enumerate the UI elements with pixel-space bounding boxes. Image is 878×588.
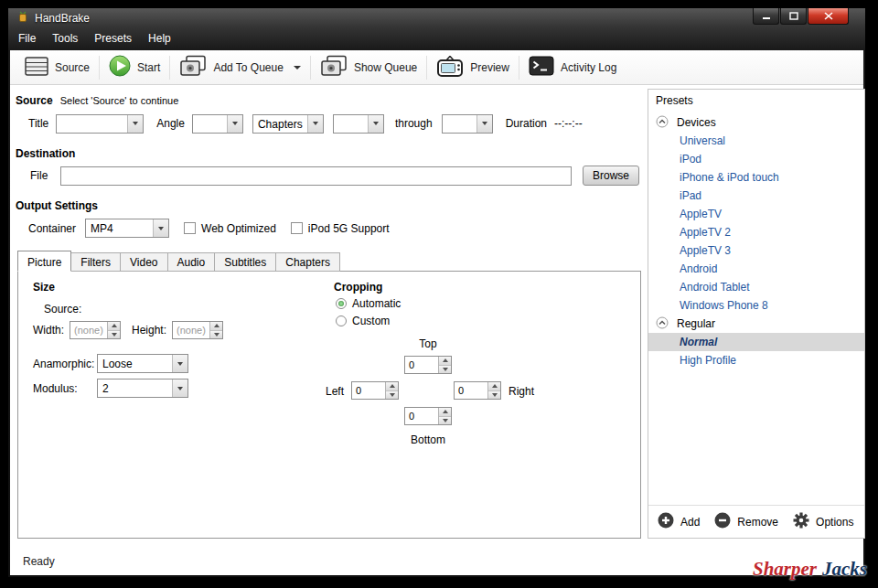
height-label: Height:: [132, 324, 166, 337]
preset-item[interactable]: High Profile: [648, 351, 864, 369]
menu-help[interactable]: Help: [140, 29, 179, 48]
add-to-queue-button[interactable]: Add To Queue: [170, 51, 310, 84]
stepper-down-icon[interactable]: [108, 331, 120, 339]
stepper-up-icon[interactable]: [488, 382, 500, 391]
preset-item[interactable]: AppleTV: [648, 205, 864, 223]
browse-button[interactable]: Browse: [583, 166, 639, 186]
preset-group-devices[interactable]: Devices: [648, 113, 864, 132]
dropdown-arrow-icon[interactable]: [368, 115, 383, 133]
add-preset-button[interactable]: Add: [658, 512, 700, 531]
tab-video[interactable]: Video: [121, 252, 167, 272]
show-queue-button[interactable]: Show Queue: [311, 51, 426, 84]
automatic-crop-option[interactable]: Automatic: [336, 297, 401, 310]
chapter-start-dropdown[interactable]: [333, 114, 384, 134]
width-stepper[interactable]: (none): [70, 321, 121, 339]
anamorphic-dropdown[interactable]: Loose: [97, 354, 188, 373]
preset-item-selected[interactable]: Normal: [648, 333, 864, 351]
minimize-button[interactable]: [753, 8, 779, 25]
angle-label: Angle: [156, 117, 185, 130]
preset-item[interactable]: Windows Phone 8: [648, 296, 864, 315]
collapse-chevron-icon[interactable]: [656, 115, 669, 131]
ipod-5g-option[interactable]: iPod 5G Support: [291, 222, 390, 235]
angle-dropdown[interactable]: [192, 114, 243, 134]
preset-options-button[interactable]: Options: [793, 512, 853, 531]
dropdown-arrow-icon[interactable]: [476, 115, 492, 133]
start-button[interactable]: Start: [100, 51, 169, 83]
dropdown-arrow-icon[interactable]: [153, 219, 168, 237]
stepper-down-icon[interactable]: [386, 391, 398, 400]
collapse-chevron-icon[interactable]: [656, 316, 669, 332]
crop-top-stepper[interactable]: 0: [404, 356, 452, 374]
start-label: Start: [137, 61, 160, 74]
main-pane: SourceSelect 'Source' to continue Title …: [10, 85, 652, 575]
web-optimized-option[interactable]: Web Optimized: [184, 222, 276, 235]
preset-item[interactable]: Android: [648, 260, 864, 278]
preview-button[interactable]: Preview: [427, 51, 519, 84]
crop-left-label: Left: [326, 385, 344, 398]
preset-item[interactable]: AppleTV 2: [648, 223, 864, 241]
dropdown-arrow-icon[interactable]: [227, 115, 242, 133]
stepper-down-icon[interactable]: [439, 417, 451, 425]
stepper-up-icon[interactable]: [108, 322, 120, 331]
web-optimized-checkbox[interactable]: [184, 222, 196, 234]
preset-item[interactable]: iPod: [648, 150, 864, 168]
tab-picture[interactable]: Picture: [17, 251, 71, 272]
stepper-up-icon[interactable]: [210, 322, 222, 331]
devices-group-label: Devices: [677, 116, 716, 129]
stepper-down-icon[interactable]: [488, 391, 500, 400]
stepper-arrows[interactable]: [209, 322, 222, 338]
tab-subtitles[interactable]: Subtitles: [215, 252, 276, 272]
source-button[interactable]: Source: [16, 53, 99, 82]
stepper-arrows[interactable]: [438, 408, 451, 424]
dropdown-arrow-icon[interactable]: [127, 115, 143, 133]
through-label: through: [395, 117, 433, 130]
crop-bottom-stepper[interactable]: 0: [404, 407, 452, 425]
preset-item[interactable]: Universal: [648, 132, 864, 150]
stepper-down-icon[interactable]: [439, 366, 451, 374]
stepper-arrows[interactable]: [107, 322, 120, 338]
stepper-arrows[interactable]: [438, 357, 451, 373]
menu-tools[interactable]: Tools: [44, 29, 86, 48]
dropdown-arrow-icon[interactable]: [172, 380, 187, 397]
crop-left-stepper[interactable]: 0: [351, 381, 399, 400]
activity-log-button[interactable]: Activity Log: [519, 52, 626, 82]
stepper-down-icon[interactable]: [210, 331, 222, 339]
maximize-button[interactable]: [780, 8, 807, 25]
caption-buttons: [752, 8, 849, 25]
chapter-end-dropdown[interactable]: [442, 114, 493, 134]
modulus-dropdown[interactable]: 2: [97, 379, 188, 398]
tab-audio[interactable]: Audio: [168, 252, 216, 272]
preset-item[interactable]: Android Tablet: [648, 278, 864, 296]
tab-chapters[interactable]: Chapters: [276, 252, 340, 272]
automatic-radio[interactable]: [336, 298, 347, 309]
custom-crop-option[interactable]: Custom: [336, 315, 390, 327]
range-mode-dropdown[interactable]: Chapters: [252, 114, 324, 134]
remove-preset-button[interactable]: Remove: [714, 512, 778, 531]
file-input[interactable]: [60, 166, 572, 186]
title-dropdown[interactable]: [56, 114, 144, 134]
tab-filters[interactable]: Filters: [71, 252, 121, 272]
preset-group-regular[interactable]: Regular: [648, 315, 864, 333]
menu-presets[interactable]: Presets: [86, 29, 140, 48]
menu-file[interactable]: File: [10, 29, 44, 48]
title-bar: HandBrake: [8, 8, 865, 28]
preset-item[interactable]: iPad: [648, 187, 864, 205]
add-to-queue-caret-icon[interactable]: [294, 66, 301, 69]
crop-right-stepper[interactable]: 0: [454, 381, 501, 400]
height-stepper[interactable]: (none): [172, 321, 223, 339]
stepper-up-icon[interactable]: [439, 357, 451, 366]
stepper-up-icon[interactable]: [386, 382, 398, 391]
close-button[interactable]: [808, 8, 849, 25]
watermark-part2: Jacks: [822, 558, 867, 580]
stepper-up-icon[interactable]: [439, 408, 451, 417]
container-dropdown[interactable]: MP4: [85, 219, 169, 238]
crop-right-label: Right: [509, 385, 534, 398]
custom-radio[interactable]: [336, 315, 347, 326]
preset-item[interactable]: iPhone & iPod touch: [648, 168, 864, 187]
preset-item[interactable]: AppleTV 3: [648, 241, 864, 260]
dropdown-arrow-icon[interactable]: [172, 355, 187, 372]
stepper-arrows[interactable]: [385, 382, 398, 399]
dropdown-arrow-icon[interactable]: [307, 115, 323, 133]
stepper-arrows[interactable]: [487, 382, 500, 399]
ipod-5g-checkbox[interactable]: [291, 222, 303, 234]
